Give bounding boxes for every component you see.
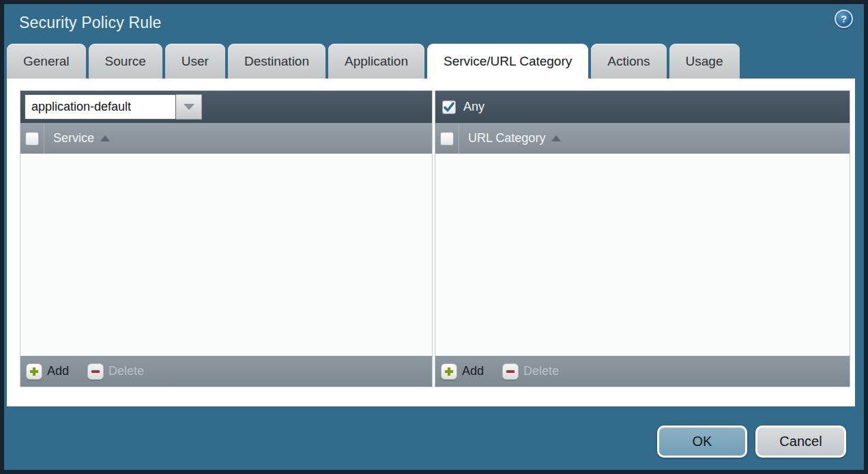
cancel-button[interactable]: Cancel xyxy=(755,426,846,458)
sort-asc-icon xyxy=(100,135,110,141)
minus-icon xyxy=(502,363,519,380)
add-label: Add xyxy=(47,364,69,378)
chevron-down-icon xyxy=(184,104,194,110)
service-column-header[interactable]: Service xyxy=(20,123,432,154)
tab-label: User xyxy=(182,54,209,69)
url-category-column-label-cell: URL Category xyxy=(459,123,561,154)
tab-content-panel: Service Add Delete xyxy=(7,79,855,406)
url-category-pane: Any URL Category Add xyxy=(435,91,850,387)
any-checkbox[interactable] xyxy=(442,100,456,114)
tab-user[interactable]: User xyxy=(165,44,225,79)
tab-label: Actions xyxy=(607,54,650,69)
help-glyph: ? xyxy=(841,13,847,25)
tab-actions[interactable]: Actions xyxy=(591,44,666,79)
tab-label: Service/URL Category xyxy=(444,54,572,69)
titlebar: Security Policy Rule ? xyxy=(4,4,864,44)
service-delete-button[interactable]: Delete xyxy=(87,363,144,380)
service-add-button[interactable]: Add xyxy=(26,363,69,380)
sort-asc-icon xyxy=(551,135,561,141)
cancel-button-label: Cancel xyxy=(779,434,822,449)
tab-label: Usage xyxy=(686,54,723,69)
any-label: Any xyxy=(463,100,484,114)
url-category-pane-footer: Add Delete xyxy=(435,356,850,387)
plus-icon xyxy=(26,363,42,380)
tab-destination[interactable]: Destination xyxy=(228,44,326,79)
tab-source[interactable]: Source xyxy=(89,44,162,79)
service-type-dropdown-button[interactable] xyxy=(176,94,202,120)
service-type-input[interactable] xyxy=(25,94,176,120)
any-checkbox-row: Any xyxy=(442,100,484,114)
service-select-all-checkbox[interactable] xyxy=(25,132,39,145)
help-icon[interactable]: ? xyxy=(835,10,853,28)
url-category-pane-header: Any xyxy=(435,91,850,123)
tab-application[interactable]: Application xyxy=(328,44,424,79)
service-column-label: Service xyxy=(53,131,94,145)
service-list-body[interactable] xyxy=(20,154,432,356)
tab-label: Application xyxy=(345,54,408,69)
service-select-all-cell xyxy=(20,123,44,154)
delete-label: Delete xyxy=(108,364,144,378)
checkmark-icon xyxy=(443,101,455,113)
tab-service-url-category[interactable]: Service/URL Category xyxy=(427,44,588,79)
url-category-delete-button[interactable]: Delete xyxy=(502,363,559,380)
dialog-title: Security Policy Rule xyxy=(19,14,162,32)
url-category-column-header[interactable]: URL Category xyxy=(435,123,850,154)
ok-button-label: OK xyxy=(693,434,712,449)
tab-bar: General Source User Destination Applicat… xyxy=(7,44,740,79)
service-type-dropdown xyxy=(25,94,202,120)
add-label: Add xyxy=(462,364,484,378)
url-category-add-button[interactable]: Add xyxy=(441,363,484,380)
service-column-label-cell: Service xyxy=(44,123,110,154)
ok-button[interactable]: OK xyxy=(657,426,747,458)
tab-usage[interactable]: Usage xyxy=(669,44,740,79)
plus-icon xyxy=(441,363,457,380)
security-policy-rule-dialog: Security Policy Rule ? General Source Us… xyxy=(4,4,864,470)
url-category-list-body[interactable] xyxy=(435,154,850,356)
tab-general[interactable]: General xyxy=(7,44,86,79)
service-pane: Service Add Delete xyxy=(20,91,432,387)
minus-icon xyxy=(87,363,104,380)
tab-label: Destination xyxy=(244,54,309,69)
url-category-select-all-checkbox[interactable] xyxy=(440,132,454,145)
service-pane-footer: Add Delete xyxy=(20,356,432,387)
url-category-column-label: URL Category xyxy=(468,131,545,145)
delete-label: Delete xyxy=(523,364,559,378)
service-pane-header xyxy=(20,91,432,123)
tab-label: General xyxy=(23,54,70,69)
url-category-select-all-cell xyxy=(435,123,459,154)
tab-label: Source xyxy=(105,54,146,69)
